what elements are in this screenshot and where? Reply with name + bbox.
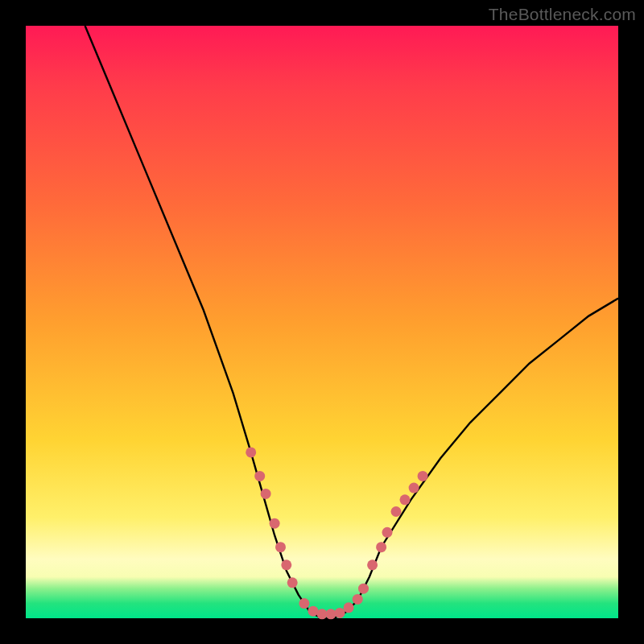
highlight-dot xyxy=(358,584,369,594)
watermark-text: TheBottleneck.com xyxy=(489,5,636,24)
highlight-dot xyxy=(353,594,363,605)
highlight-dot xyxy=(400,494,411,505)
highlight-dot xyxy=(246,447,256,457)
highlight-dot xyxy=(270,518,280,529)
plot-area xyxy=(26,26,618,618)
highlight-dot xyxy=(418,471,428,481)
highlight-dot xyxy=(326,609,336,619)
chart-svg xyxy=(26,26,618,618)
highlight-dot xyxy=(409,483,419,493)
highlight-dot xyxy=(391,506,402,517)
highlight-dot xyxy=(281,559,291,570)
highlight-dot xyxy=(261,489,271,499)
highlight-dot xyxy=(275,542,286,552)
chart-frame: TheBottleneck.com xyxy=(0,0,644,644)
bottleneck-curve-path xyxy=(85,26,618,618)
highlight-dot xyxy=(382,527,393,538)
highlight-dot xyxy=(287,577,298,588)
highlight-dot xyxy=(308,606,319,617)
highlight-dot xyxy=(335,608,345,618)
highlight-dot xyxy=(254,471,265,481)
highlight-dot xyxy=(376,542,386,552)
highlight-dot xyxy=(344,602,354,613)
highlight-dot xyxy=(299,598,309,609)
highlight-dot xyxy=(367,559,378,570)
